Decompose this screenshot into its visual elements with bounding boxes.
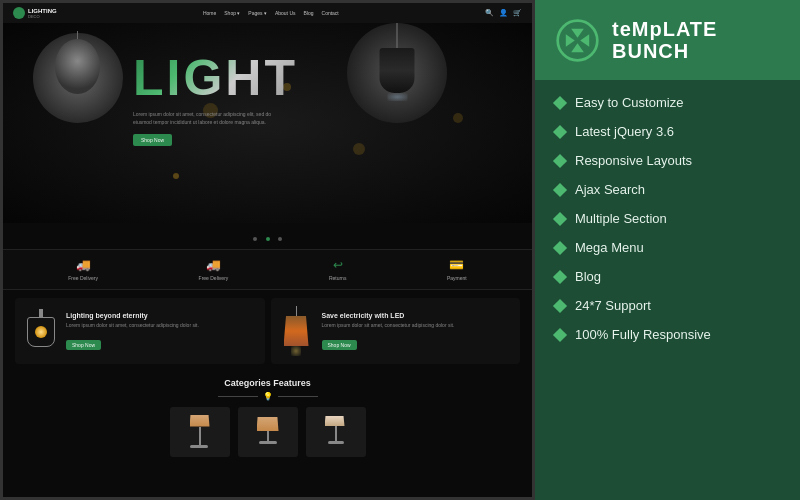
brand-header: teMpLATE BUNCH [535, 0, 800, 80]
delivery-icon-1: 🚚 [76, 258, 91, 272]
diamond-icon-0 [553, 95, 567, 109]
bokeh-3 [353, 143, 365, 155]
logo-icon [13, 7, 25, 19]
dot-2[interactable] [266, 237, 270, 241]
feature-row-2: Responsive Layouts [555, 153, 780, 168]
wood-lamp-glow [291, 346, 301, 356]
product-cards: Lighting beyond eternity Lorem ipsum dol… [3, 290, 532, 372]
feature-row-3: Ajax Search [555, 182, 780, 197]
feature-text-6: Blog [575, 269, 601, 284]
category-item-1[interactable] [170, 407, 230, 457]
payment-icon: 💳 [449, 258, 464, 272]
nav-shop[interactable]: Shop ▾ [224, 10, 240, 16]
nav-contact[interactable]: Contact [322, 10, 339, 16]
hero-section: LIGHT Lorem ipsum dolor sit amet, consec… [3, 23, 532, 223]
diamond-icon-4 [553, 211, 567, 225]
nav-blog[interactable]: Blog [304, 10, 314, 16]
bokeh-4 [173, 173, 179, 179]
templatebunch-logo [555, 18, 600, 63]
floor-lamp-pole-1 [199, 427, 201, 445]
features-list: Easy to Customize Latest jQuery 3.6 Resp… [535, 80, 800, 500]
feature-text-7: 24*7 Support [575, 298, 651, 313]
feature-row-0: Easy to Customize [555, 95, 780, 110]
logo-text: LIGHTING [28, 8, 57, 14]
floor-lamp-shade-1 [190, 415, 210, 427]
category-items [15, 407, 520, 457]
feature-label-2: Free Delivery [199, 275, 229, 281]
nav-about[interactable]: About Us [275, 10, 296, 16]
divider-right [278, 396, 318, 397]
feature-text-5: Mega Menu [575, 240, 644, 255]
diamond-icon-2 [553, 153, 567, 167]
cage-lamp-bulb [35, 326, 47, 338]
feature-text-8: 100% Fully Responsive [575, 327, 711, 342]
categories-title: Categories Features [15, 378, 520, 388]
feature-text-3: Ajax Search [575, 182, 645, 197]
cage-lamp-top [39, 309, 43, 317]
feature-label-4: Payment [447, 275, 467, 281]
category-item-3[interactable] [306, 407, 366, 457]
categories-section: Categories Features 💡 [3, 372, 532, 463]
features-bar: 🚚 Free Delivery 🚚 Free Delivery ↩ Return… [3, 249, 532, 290]
logo-sub: DECO [28, 14, 57, 19]
cage-lamp-body [27, 317, 55, 347]
nav-pages[interactable]: Pages ▾ [248, 10, 267, 16]
floor-lamp-base-1 [190, 445, 208, 448]
wood-lamp-shade [284, 316, 309, 346]
diamond-icon-3 [553, 182, 567, 196]
website-preview: LIGHTING DECO Home Shop ▾ Pages ▾ About … [0, 0, 535, 500]
product-card-2: Save electricity with LED Lorem ipsum do… [271, 298, 521, 364]
slider-dots [3, 223, 532, 249]
navbar-icons: 🔍 👤 🛒 [485, 9, 522, 17]
right-panel: teMpLATE BUNCH Easy to Customize Latest … [535, 0, 800, 500]
feature-row-7: 24*7 Support [555, 298, 780, 313]
product-card-1: Lighting beyond eternity Lorem ipsum dol… [15, 298, 265, 364]
user-icon[interactable]: 👤 [499, 9, 508, 17]
divider-left [218, 396, 258, 397]
feature-text-0: Easy to Customize [575, 95, 683, 110]
feature-payment: 💳 Payment [447, 258, 467, 281]
wood-lamp-cord [296, 306, 297, 316]
feature-text-4: Multiple Section [575, 211, 667, 226]
diamond-icon-6 [553, 269, 567, 283]
category-item-2[interactable] [238, 407, 298, 457]
product-title-1: Lighting beyond eternity [66, 312, 257, 319]
standing-lamp-shape [325, 416, 347, 448]
product-title-2: Save electricity with LED [322, 312, 513, 319]
feature-text-1: Latest jQuery 3.6 [575, 124, 674, 139]
feature-free-delivery-2: 🚚 Free Delivery [199, 258, 229, 281]
lamp-divider-icon: 💡 [263, 392, 273, 401]
feature-row-4: Multiple Section [555, 211, 780, 226]
product-info-1: Lighting beyond eternity Lorem ipsum dol… [66, 312, 257, 351]
product-desc-1: Lorem ipsum dolor sit amet, consectetur … [66, 322, 257, 329]
hero-content: LIGHT Lorem ipsum dolor sit amet, consec… [133, 53, 298, 146]
feature-label-3: Returns [329, 275, 347, 281]
feature-free-delivery-1: 🚚 Free Delivery [68, 258, 98, 281]
cart-icon[interactable]: 🛒 [513, 9, 522, 17]
feature-row-5: Mega Menu [555, 240, 780, 255]
feature-row-6: Blog [555, 269, 780, 284]
svg-point-0 [558, 20, 598, 60]
brand-name: teMpLATE BUNCH [612, 18, 780, 62]
feature-row-1: Latest jQuery 3.6 [555, 124, 780, 139]
hero-shop-button[interactable]: Shop Now [133, 134, 172, 146]
wood-lamp [279, 306, 314, 356]
feature-label-1: Free Delivery [68, 275, 98, 281]
search-icon[interactable]: 🔍 [485, 9, 494, 17]
diamond-icon-8 [553, 327, 567, 341]
product-btn-2[interactable]: Shop Now [322, 340, 357, 350]
product-btn-1[interactable]: Shop Now [66, 340, 101, 350]
hero-description: Lorem ipsum dolor sit amet, consectetur … [133, 111, 283, 126]
product-info-2: Save electricity with LED Lorem ipsum do… [322, 312, 513, 351]
dot-1[interactable] [253, 237, 257, 241]
categories-divider: 💡 [15, 392, 520, 401]
floor-lamp-1 [190, 415, 210, 450]
diamond-icon-1 [553, 124, 567, 138]
diamond-icon-5 [553, 240, 567, 254]
navbar-links: Home Shop ▾ Pages ▾ About Us Blog Contac… [203, 10, 339, 16]
feature-row-8: 100% Fully Responsive [555, 327, 780, 342]
nav-home[interactable]: Home [203, 10, 216, 16]
dot-3[interactable] [278, 237, 282, 241]
hero-title: LIGHT [133, 53, 298, 103]
navbar: LIGHTING DECO Home Shop ▾ Pages ▾ About … [3, 3, 532, 23]
